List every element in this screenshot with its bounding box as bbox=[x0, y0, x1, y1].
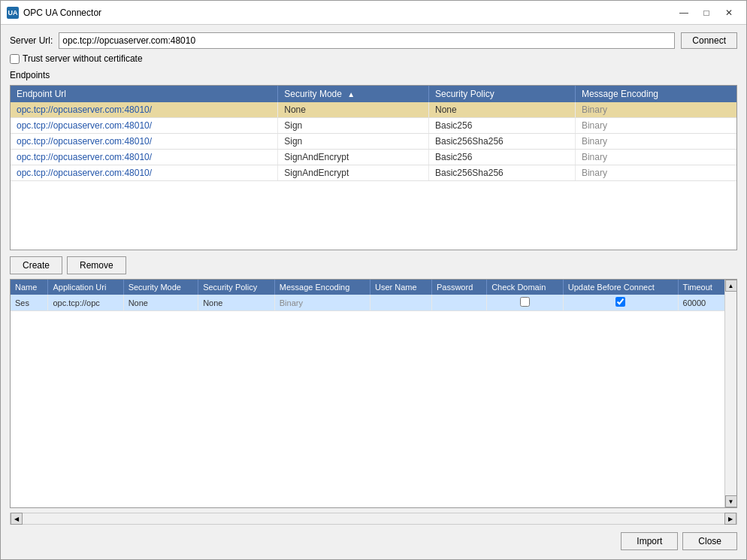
security-policy-cell: Basic256 bbox=[428, 118, 575, 134]
scroll-down-button[interactable]: ▼ bbox=[725, 495, 737, 507]
title-controls: — □ ✕ bbox=[673, 5, 740, 21]
minimize-button[interactable]: — bbox=[673, 5, 695, 21]
close-window-button[interactable]: ✕ bbox=[718, 5, 740, 21]
col-security-policy[interactable]: Security Policy bbox=[428, 86, 575, 102]
scroll-left-button[interactable]: ◀ bbox=[11, 513, 23, 525]
endpoint-url-cell: opc.tcp://opcuaserver.com:48010/ bbox=[11, 150, 278, 165]
endpoint-url-cell: opc.tcp://opcuaserver.com:48010/ bbox=[11, 118, 278, 134]
security-mode-cell: Sign bbox=[278, 134, 429, 150]
endpoint-url-cell: opc.tcp://opcuaserver.com:48010/ bbox=[11, 134, 278, 150]
col-update-before[interactable]: Update Before Connect bbox=[563, 280, 678, 295]
security-mode-cell: None bbox=[278, 102, 429, 118]
message-encoding-cell: Binary bbox=[575, 165, 736, 181]
security-mode-cell: SignAndEncrypt bbox=[278, 165, 429, 181]
endpoint-row[interactable]: opc.tcp://opcuaserver.com:48010/ None No… bbox=[11, 102, 736, 118]
col-endpoint-url[interactable]: Endpoint Url bbox=[11, 86, 278, 102]
session-timeout-cell: 60000 bbox=[678, 295, 724, 311]
col-msg-enc[interactable]: Message Encoding bbox=[274, 280, 370, 295]
endpoint-row[interactable]: opc.tcp://opcuaserver.com:48010/ SignAnd… bbox=[11, 150, 736, 165]
session-update-before-cell bbox=[563, 295, 678, 311]
session-check-domain-cell bbox=[487, 295, 564, 311]
title-bar-left: UA OPC UA Connector bbox=[7, 7, 101, 19]
session-sec-mode-cell: None bbox=[123, 295, 198, 311]
sessions-outer: Name Application Uri Security Mode Secur… bbox=[10, 279, 737, 508]
security-mode-cell: SignAndEncrypt bbox=[278, 150, 429, 165]
endpoint-row[interactable]: opc.tcp://opcuaserver.com:48010/ Sign Ba… bbox=[11, 134, 736, 150]
session-sec-policy-cell: None bbox=[198, 295, 275, 311]
col-check-domain[interactable]: Check Domain bbox=[487, 280, 564, 295]
server-url-row: Server Url: Connect bbox=[10, 32, 737, 49]
sessions-scroll-area: Name Application Uri Security Mode Secur… bbox=[11, 280, 736, 507]
message-encoding-cell: Binary bbox=[575, 150, 736, 165]
security-policy-cell: Basic256Sha256 bbox=[428, 165, 575, 181]
endpoint-url-cell: opc.tcp://opcuaserver.com:48010/ bbox=[11, 102, 278, 118]
session-username-cell bbox=[370, 295, 432, 311]
check-domain-checkbox[interactable] bbox=[520, 297, 530, 307]
session-row[interactable]: Ses opc.tcp://opc None None Binary 60000 bbox=[11, 295, 724, 311]
sessions-body: Ses opc.tcp://opc None None Binary 60000 bbox=[11, 295, 724, 311]
import-button[interactable]: Import bbox=[621, 532, 678, 550]
security-mode-cell: Sign bbox=[278, 118, 429, 134]
connect-button[interactable]: Connect bbox=[681, 32, 737, 49]
endpoints-header-row: Endpoint Url Security Mode ▲ Security Po… bbox=[11, 86, 736, 102]
endpoint-url-cell: opc.tcp://opcuaserver.com:48010/ bbox=[11, 165, 278, 181]
remove-button[interactable]: Remove bbox=[67, 256, 126, 274]
endpoint-row[interactable]: opc.tcp://opcuaserver.com:48010/ SignAnd… bbox=[11, 165, 736, 181]
col-sec-mode[interactable]: Security Mode bbox=[123, 280, 198, 295]
session-password-cell bbox=[431, 295, 486, 311]
message-encoding-cell: Binary bbox=[575, 118, 736, 134]
trust-checkbox[interactable] bbox=[10, 54, 20, 64]
endpoints-body: opc.tcp://opcuaserver.com:48010/ None No… bbox=[11, 102, 736, 181]
title-bar: UA OPC UA Connector — □ ✕ bbox=[1, 1, 746, 25]
col-application-uri[interactable]: Application Uri bbox=[48, 280, 123, 295]
sort-arrow-icon: ▲ bbox=[347, 90, 355, 98]
endpoint-row[interactable]: opc.tcp://opcuaserver.com:48010/ Sign Ba… bbox=[11, 118, 736, 134]
endpoints-table-container: Endpoint Url Security Mode ▲ Security Po… bbox=[10, 85, 737, 250]
button-row: Create Remove bbox=[10, 256, 737, 274]
app-icon: UA bbox=[7, 7, 19, 19]
col-name[interactable]: Name bbox=[11, 280, 48, 295]
col-security-mode[interactable]: Security Mode ▲ bbox=[278, 86, 429, 102]
session-app-uri-cell: opc.tcp://opc bbox=[48, 295, 123, 311]
trust-row: Trust server without certificate bbox=[10, 53, 737, 64]
server-url-label: Server Url: bbox=[10, 35, 53, 46]
server-url-input[interactable] bbox=[59, 32, 675, 49]
sessions-scrollbar: ▲ ▼ bbox=[724, 280, 736, 507]
endpoints-table: Endpoint Url Security Mode ▲ Security Po… bbox=[11, 86, 736, 181]
create-button[interactable]: Create bbox=[10, 256, 62, 274]
col-message-encoding[interactable]: Message Encoding bbox=[575, 86, 736, 102]
session-name-cell: Ses bbox=[11, 295, 48, 311]
sessions-table: Name Application Uri Security Mode Secur… bbox=[11, 280, 724, 311]
session-msg-enc-cell: Binary bbox=[274, 295, 370, 311]
security-policy-cell: None bbox=[428, 102, 575, 118]
col-timeout[interactable]: Timeout bbox=[678, 280, 724, 295]
footer-row: Import Close bbox=[10, 529, 737, 552]
endpoints-label: Endpoints bbox=[10, 70, 737, 80]
window-title: OPC UA Connector bbox=[23, 8, 101, 18]
main-window: UA OPC UA Connector — □ ✕ Server Url: Co… bbox=[0, 0, 747, 560]
update-before-checkbox[interactable] bbox=[615, 297, 625, 307]
security-policy-cell: Basic256Sha256 bbox=[428, 134, 575, 150]
maximize-button[interactable]: □ bbox=[695, 5, 718, 21]
security-policy-cell: Basic256 bbox=[428, 150, 575, 165]
trust-label: Trust server without certificate bbox=[23, 53, 143, 64]
col-username[interactable]: User Name bbox=[370, 280, 432, 295]
close-button[interactable]: Close bbox=[682, 532, 737, 550]
message-encoding-cell: Binary bbox=[575, 134, 736, 150]
sessions-header-row: Name Application Uri Security Mode Secur… bbox=[11, 280, 724, 295]
main-content: Server Url: Connect Trust server without… bbox=[1, 25, 746, 559]
message-encoding-cell: Binary bbox=[575, 102, 736, 118]
scroll-up-button[interactable]: ▲ bbox=[725, 280, 737, 292]
scroll-right-button[interactable]: ▶ bbox=[724, 513, 736, 525]
col-password[interactable]: Password bbox=[431, 280, 486, 295]
horizontal-scrollbar: ◀ ▶ bbox=[10, 513, 737, 525]
col-sec-policy[interactable]: Security Policy bbox=[198, 280, 275, 295]
